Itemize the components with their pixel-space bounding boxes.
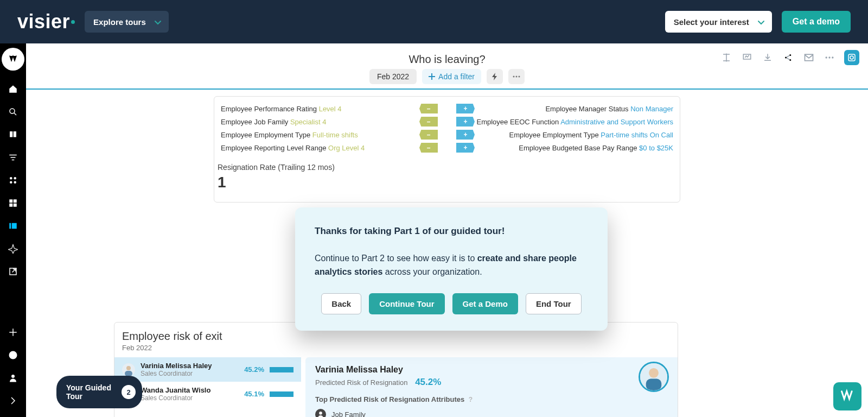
minus-tag[interactable]: – bbox=[419, 130, 438, 140]
continue-tour-button[interactable]: Continue Tour bbox=[369, 293, 444, 314]
svg-point-31 bbox=[126, 366, 131, 370]
nav-search[interactable] bbox=[4, 105, 22, 118]
layout: Who is leaving? Feb 2022 Add a filter Em… bbox=[0, 43, 868, 417]
attr-label: Employee Employment Type Full-time shift… bbox=[219, 131, 419, 139]
nav-explore[interactable] bbox=[4, 242, 22, 255]
svg-rect-3 bbox=[12, 160, 15, 161]
attr-row: Employee Performance Rating Level 4– bbox=[219, 102, 438, 115]
back-button[interactable]: Back bbox=[321, 293, 361, 314]
resignation-rate-value: 1 bbox=[214, 174, 680, 191]
nav-filter[interactable] bbox=[4, 151, 22, 164]
nav-guide[interactable] bbox=[4, 128, 22, 141]
svg-rect-12 bbox=[9, 223, 11, 229]
story-icon bbox=[8, 221, 18, 231]
detail-sub: Predicted Risk of Resignation 45.2% bbox=[315, 377, 668, 388]
svg-point-4 bbox=[10, 177, 12, 180]
svg-rect-11 bbox=[14, 204, 17, 207]
compass-icon bbox=[8, 244, 18, 254]
page-header: Who is leaving? Feb 2022 Add a filter bbox=[26, 43, 868, 89]
add-filter-button[interactable]: Add a filter bbox=[422, 69, 481, 84]
svg-point-24 bbox=[832, 56, 833, 58]
present-icon[interactable] bbox=[741, 52, 753, 64]
people-icon bbox=[8, 175, 18, 185]
risk-role: Sales Coordinator bbox=[141, 370, 212, 377]
visier-mark-icon bbox=[840, 389, 855, 404]
capture-icon[interactable] bbox=[844, 50, 859, 65]
plus-tag[interactable]: + bbox=[456, 104, 475, 113]
nav-add[interactable] bbox=[4, 326, 22, 339]
add-filter-label: Add a filter bbox=[438, 72, 475, 81]
explore-tours-label: Explore tours bbox=[93, 17, 146, 27]
tour-card: Thanks for taking Part 1 of our guided t… bbox=[295, 207, 608, 331]
select-interest-dropdown[interactable]: Select your interest bbox=[665, 11, 772, 33]
nav-share[interactable] bbox=[4, 265, 22, 278]
ellipsis-icon bbox=[513, 75, 520, 78]
svg-rect-13 bbox=[12, 223, 17, 229]
svg-point-5 bbox=[14, 177, 17, 180]
detail-sub-label: Predicted Risk of Resignation bbox=[315, 378, 408, 387]
tour-chip-label: Your Guided Tour bbox=[66, 383, 111, 401]
detail-photo bbox=[639, 362, 669, 392]
attr-label: Employee EEOC Function Administrative an… bbox=[475, 118, 675, 126]
period-pill[interactable]: Feb 2022 bbox=[369, 69, 417, 84]
svg-rect-25 bbox=[848, 54, 855, 61]
explore-tours-dropdown[interactable]: Explore tours bbox=[85, 11, 169, 33]
nav-account[interactable] bbox=[4, 371, 22, 384]
book-icon bbox=[8, 130, 18, 140]
get-demo-button[interactable]: Get a demo bbox=[782, 11, 851, 33]
end-tour-button[interactable]: End Tour bbox=[526, 293, 582, 314]
attr-value: $0 to $25K bbox=[639, 144, 673, 152]
help-icon[interactable]: ? bbox=[469, 396, 473, 403]
minus-tag[interactable]: – bbox=[419, 117, 438, 127]
more-actions-button[interactable] bbox=[508, 69, 525, 84]
risk-bar bbox=[270, 391, 293, 397]
risk-row[interactable]: Varinia Melissa HaleySales Coordinator45… bbox=[114, 357, 301, 382]
account-icon bbox=[8, 373, 18, 383]
risk-detail: Varinia Melissa Haley Predicted Risk of … bbox=[305, 357, 678, 417]
plus-icon bbox=[8, 327, 18, 337]
attr-value: Level 4 bbox=[319, 105, 342, 113]
risk-row[interactable]: Wanda Juanita WisloSales Coordinator45.1… bbox=[114, 382, 301, 406]
svg-point-22 bbox=[826, 56, 827, 58]
plus-tag[interactable]: + bbox=[456, 143, 475, 153]
detail-attr-header: Top Predicted Risk of Resignation Attrib… bbox=[315, 395, 668, 403]
minus-tag[interactable]: – bbox=[419, 143, 438, 153]
plus-tag[interactable]: + bbox=[456, 117, 475, 127]
svg-point-6 bbox=[10, 181, 12, 184]
logo-dot-icon bbox=[71, 20, 75, 24]
plus-tag[interactable]: + bbox=[456, 130, 475, 140]
nav-collapse[interactable] bbox=[4, 394, 22, 407]
email-icon[interactable] bbox=[803, 52, 815, 64]
tour-chip[interactable]: Your Guided Tour 2 bbox=[56, 376, 142, 408]
svg-point-28 bbox=[516, 76, 518, 78]
nav-story[interactable] bbox=[4, 219, 22, 232]
nav-rail bbox=[0, 43, 26, 417]
apps-icon bbox=[8, 198, 18, 208]
chevron-down-icon bbox=[155, 18, 161, 28]
visier-mark-icon bbox=[8, 54, 18, 64]
nav-apps[interactable] bbox=[4, 197, 22, 210]
filter-icon bbox=[8, 153, 18, 162]
svg-point-37 bbox=[649, 368, 659, 378]
quick-action-button[interactable] bbox=[487, 69, 503, 84]
nav-help[interactable] bbox=[4, 349, 22, 362]
nav-home[interactable] bbox=[4, 83, 22, 96]
svg-point-18 bbox=[785, 57, 787, 59]
rail-logo[interactable] bbox=[2, 48, 24, 71]
get-demo-tour-button[interactable]: Get a Demo bbox=[452, 293, 518, 314]
download-icon[interactable] bbox=[762, 52, 774, 64]
minus-tag[interactable]: – bbox=[419, 104, 438, 113]
select-interest-label: Select your interest bbox=[674, 17, 749, 27]
float-widget[interactable] bbox=[833, 382, 861, 410]
tour-body-prefix: Continue to Part 2 to see how easy it is… bbox=[315, 254, 477, 263]
attr-row: Employee Job Family Specialist 4– bbox=[219, 115, 438, 128]
risk-pct: 45.2% bbox=[244, 365, 264, 374]
detail-name: Varinia Melissa Haley bbox=[315, 365, 668, 375]
nav-people[interactable] bbox=[4, 174, 22, 187]
risk-bar bbox=[270, 367, 293, 372]
share-icon[interactable] bbox=[782, 52, 794, 64]
more-icon[interactable] bbox=[824, 52, 835, 64]
split-icon[interactable] bbox=[720, 52, 732, 64]
help-icon bbox=[8, 350, 18, 360]
tour-chip-count: 2 bbox=[122, 385, 136, 399]
